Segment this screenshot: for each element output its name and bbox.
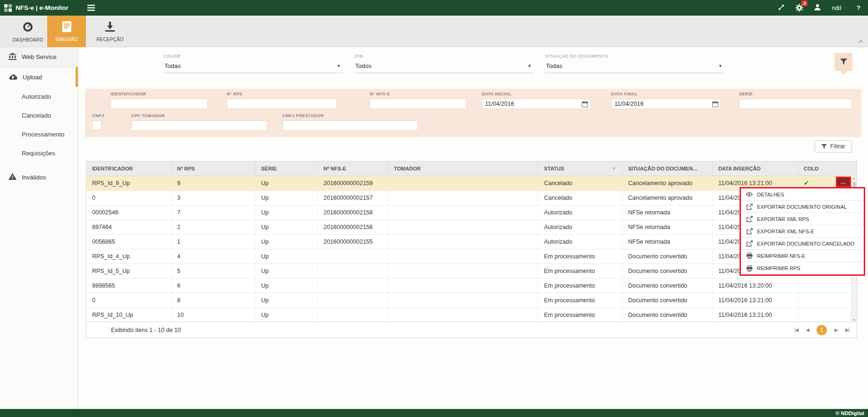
user-menu[interactable]: ndd ▾ (832, 5, 846, 11)
cell-serie: Up (255, 308, 318, 322)
job-label: JOB (354, 54, 534, 59)
cnpj-prestador-input[interactable] (283, 121, 417, 130)
tab-emissao[interactable]: EMISSÃO (47, 16, 86, 47)
filtrar-button[interactable]: Filtrar (815, 140, 852, 153)
data-inicial-input[interactable] (482, 99, 582, 109)
collapse-tabbar-icon[interactable] (858, 37, 863, 44)
sort-icon: ▼ (612, 162, 616, 176)
username: ndd (832, 5, 841, 11)
tab-recepcao[interactable]: RECEPÇÃO (91, 16, 129, 47)
col-data-insercao[interactable]: DATA INSERÇÃO (713, 162, 798, 176)
cell-rps: 2 (171, 220, 255, 234)
prev-page-icon[interactable]: ◀ (806, 327, 809, 332)
tab-label: RECEPÇÃO (96, 37, 124, 42)
last-page-icon[interactable]: ▶| (845, 327, 849, 332)
identificador-input[interactable] (111, 99, 207, 109)
sidebar-item-web-service[interactable]: Web Service (0, 47, 78, 67)
main-content: CIDADE Todas ▾ JOB Todos ▾ SITUAÇÃO DO D… (78, 47, 868, 409)
col-identificador[interactable]: IDENTIFICADOR (86, 162, 171, 176)
col-serie[interactable]: SÉRIE (255, 162, 318, 176)
sidebar-item-processamento[interactable]: Processamento (0, 125, 78, 144)
cell-situacao: Documento convertido (622, 308, 713, 322)
tab-dashboard[interactable]: DASHBOARD (9, 16, 47, 47)
serie-input[interactable] (740, 99, 851, 109)
user-icon[interactable] (814, 3, 821, 12)
status-bar: © NDDigital (0, 409, 868, 417)
col-cold[interactable]: COLD (798, 162, 857, 176)
n-rps-label: N° RPS (227, 92, 337, 96)
hamburger-menu-icon[interactable] (87, 5, 95, 11)
sidebar-item-cancelado[interactable]: Cancelado (0, 106, 78, 125)
cell-rps: 6 (171, 279, 255, 293)
cell-rps: 5 (171, 264, 255, 278)
filter-panel: IDENTIFICADOR N° RPS N° NFS-E DATA INICI… (85, 89, 861, 137)
data-inicial-label: DATA INICIAL (482, 92, 591, 96)
fullscreen-icon[interactable] (778, 4, 785, 12)
cell-rps: 8 (171, 293, 255, 307)
col-situacao[interactable]: SITUAÇÃO DO DOCUMEN... (622, 162, 713, 176)
menu-item-label: REIMPRIMIR NFS-E (757, 253, 805, 259)
calendar-icon[interactable] (582, 101, 588, 107)
current-page-button[interactable]: 1 (817, 325, 827, 335)
printer-icon (746, 253, 753, 259)
sidebar-item-requisicoes[interactable]: Requisições (0, 144, 78, 162)
job-select[interactable]: JOB Todos ▾ (354, 54, 534, 73)
sidebar-item-label: Processamento (22, 131, 64, 138)
warning-icon (9, 173, 17, 181)
table-row[interactable]: RPS_Id_10_Up 10 Up Em processamento Docu… (86, 308, 857, 323)
app-title: NFS-e | e-Monitor (16, 4, 68, 11)
help-icon[interactable]: ? (857, 4, 860, 11)
cell-serie: Up (255, 235, 318, 249)
col-status[interactable]: STATUS▼ (538, 162, 622, 176)
first-page-icon[interactable]: |◀ (794, 327, 798, 332)
situacao-documento-select[interactable]: SITUAÇÃO DO DOCUMENTO Todas ▾ (545, 54, 724, 73)
sidebar-item-label: Inválidos (22, 174, 46, 181)
col-tomador[interactable]: TOMADOR (388, 162, 538, 176)
cpf-tomador-input[interactable] (132, 121, 267, 130)
menu-item-label: EXPORTAR XML RPS (757, 216, 809, 222)
sidebar-item-autorizado[interactable]: Autorizado (0, 87, 78, 106)
cnpj-prestador-label: CNPJ PRESTADOR (282, 113, 418, 118)
data-final-input[interactable] (612, 99, 712, 109)
next-page-icon[interactable]: ▶ (834, 327, 838, 332)
chevron-down-icon: ▾ (337, 63, 340, 69)
export-icon (746, 228, 753, 235)
cell-data: 11/04/2016 13:20:00 (713, 279, 798, 293)
menu-item-detalhes[interactable]: DETALHES (741, 188, 864, 201)
menu-item-reimprimir-nfse[interactable]: REIMPRIMIR NFS-E (741, 250, 864, 262)
scroll-up-icon[interactable]: ▲ (852, 176, 856, 181)
menu-item-exportar-documento-cancelado[interactable]: EXPORTAR DOCUMENTO CANCELADO (741, 238, 864, 250)
col-n-nfse[interactable]: Nº NFS-E (318, 162, 388, 176)
col-n-rps[interactable]: Nº RPS (171, 162, 255, 176)
sidebar-item-invalidos[interactable]: Inválidos (0, 167, 78, 187)
calendar-icon[interactable] (712, 101, 718, 107)
menu-item-label: EXPORTAR DOCUMENTO CANCELADO (757, 241, 854, 247)
sidebar-item-label: Web Service (22, 53, 56, 60)
copyright: © NDDigital (835, 410, 864, 416)
menu-item-label: EXPORTAR DOCUMENTO ORIGINAL (757, 204, 847, 210)
menu-item-exportar-xml-nfse[interactable]: EXPORTAR XML NFS-E (741, 225, 864, 238)
cell-rps: 7 (171, 205, 255, 220)
sidebar-item-upload[interactable]: Upload (0, 67, 78, 87)
download-icon (104, 21, 116, 34)
cell-status: Em processamento (538, 279, 622, 293)
situacao-label: SITUAÇÃO DO DOCUMENTO (545, 54, 724, 59)
settings-gear-icon[interactable]: 2 (795, 4, 803, 12)
row-actions-button[interactable]: ... (836, 177, 851, 187)
table-row[interactable]: 0 8 Up Em processamento Documento conver… (86, 293, 857, 308)
n-nfse-input[interactable] (370, 99, 466, 109)
table-row[interactable]: 9898565 6 Up Em processamento Documento … (86, 279, 857, 293)
eye-icon (746, 192, 753, 197)
cell-tomador (388, 249, 538, 264)
menu-item-exportar-documento-original[interactable]: EXPORTAR DOCUMENTO ORIGINAL (741, 201, 864, 213)
chevron-down-icon: ▾ (844, 5, 847, 11)
cell-situacao: Documento convertido (622, 264, 713, 278)
cell-status: Autorizado (538, 220, 622, 234)
cnpj-checkbox[interactable] (92, 120, 102, 130)
filter-toggle-button[interactable] (834, 53, 852, 71)
n-rps-input[interactable] (227, 99, 336, 109)
cell-serie: Up (255, 191, 318, 205)
menu-item-reimprimir-rps[interactable]: REIMPRIMIR RPS (741, 262, 864, 274)
cidade-select[interactable]: CIDADE Todas ▾ (163, 54, 343, 73)
menu-item-exportar-xml-rps[interactable]: EXPORTAR XML RPS (741, 213, 864, 225)
